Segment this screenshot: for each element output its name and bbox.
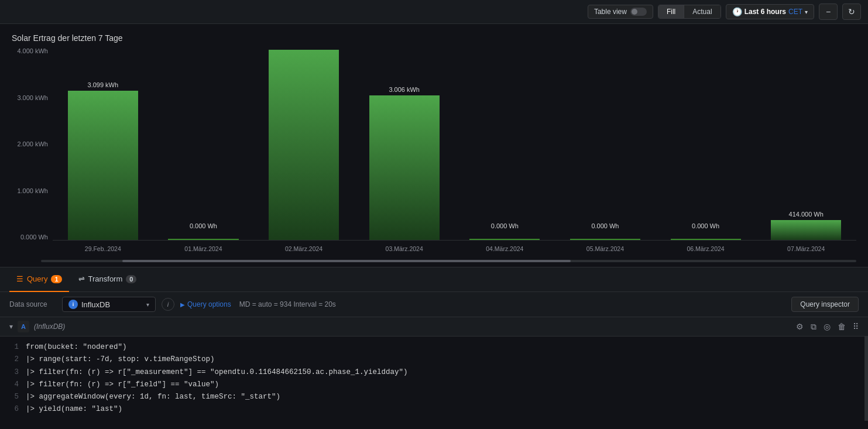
table-view-toggle[interactable]: Table view <box>588 5 653 19</box>
chevron-down-icon: ▾ <box>805 9 808 15</box>
table-view-switch[interactable] <box>630 8 647 16</box>
actual-button[interactable]: Actual <box>684 5 720 18</box>
clock-icon: 🕐 <box>732 7 742 16</box>
line-number: 3 <box>9 366 19 379</box>
line-number: 2 <box>9 354 19 366</box>
tab-query-badge: 1 <box>51 275 61 283</box>
chevron-down-icon: ▾ <box>146 301 149 308</box>
query-actions: ⚙ ⧉ ◎ 🗑 ⠿ <box>796 322 859 332</box>
y-axis: 4.000 kWh3.000 kWh2.000 kWh1.000 kWh0.00… <box>12 47 53 241</box>
x-axis-label: 07.März.2024 <box>756 242 856 258</box>
datasource-label: Data source <box>9 300 56 308</box>
bar-value-label: 3.006 kWh <box>389 86 420 93</box>
bar-value-label: 0.000 Wh <box>591 222 619 229</box>
scrollbar-track[interactable] <box>41 260 856 262</box>
line-number: 4 <box>9 379 19 391</box>
tab-query-icon: ☰ <box>16 274 23 283</box>
bar <box>771 220 841 240</box>
line-code: |> yield(name: "last") <box>26 403 122 416</box>
query-options-label: Query options <box>187 300 231 308</box>
line-code: |> filter(fn: (r) => r["_field"] == "val… <box>26 379 219 391</box>
query-tabs: ☰ Query 1 ⇌ Transform 0 <box>0 267 868 292</box>
line-code: |> aggregateWindow(every: 1d, fn: last, … <box>26 391 280 403</box>
right-scrollbar[interactable] <box>864 337 868 421</box>
panel-title: Solar Ertrag der letzten 7 Tage <box>12 33 856 43</box>
bar-zero <box>168 239 238 240</box>
bar-group: 3.006 kWh <box>354 47 455 240</box>
time-range-label: Last 6 hours <box>745 8 786 16</box>
bar-group: 3.099 kWh <box>53 47 153 240</box>
line-code: |> filter(fn: (r) => r["_measurement"] =… <box>26 366 408 379</box>
x-axis-label: 06.März.2024 <box>656 242 756 258</box>
datasource-name: InfluxDB <box>81 300 110 309</box>
tab-transform-label: Transform <box>88 274 123 283</box>
query-action-drag[interactable]: ⠿ <box>853 322 859 332</box>
tab-transform[interactable]: ⇌ Transform 0 <box>71 267 144 292</box>
fill-button[interactable]: Fill <box>658 5 684 18</box>
line-code: |> range(start: -7d, stop: v.timeRangeSt… <box>26 354 215 366</box>
bar-group: 0.000 Wh <box>153 47 254 240</box>
query-db-label: (InfluxDB) <box>34 322 65 331</box>
bar-zero <box>671 239 741 240</box>
query-options-button[interactable]: ▶ Query options <box>180 300 231 308</box>
scrollbar-thumb <box>122 260 571 262</box>
line-number: 5 <box>9 391 19 403</box>
datasource-select[interactable]: i InfluxDB ▾ <box>62 297 156 312</box>
bars-area: 3.099 kWh0.000 Wh3.948 kWh3.006 kWh0.000… <box>53 47 856 241</box>
bar-value-label: 0.000 Wh <box>190 222 217 229</box>
query-inspector-button[interactable]: Query inspector <box>791 297 859 312</box>
query-action-copy[interactable]: ⧉ <box>811 322 816 332</box>
topbar: Table view Fill Actual 🕐 Last 6 hours CE… <box>0 0 868 24</box>
query-editor: ▾ A (InfluxDB) ⚙ ⧉ ◎ 🗑 ⠿ 1from(bucket: "… <box>0 317 868 421</box>
chart-area: Solar Ertrag der letzten 7 Tage 4.000 kW… <box>0 24 868 267</box>
code-area[interactable]: 1from(bucket: "nodered")2 |> range(start… <box>0 337 868 421</box>
x-axis-label: 29.Feb..2024 <box>53 242 153 258</box>
line-number: 6 <box>9 403 19 416</box>
datasource-row: Data source i InfluxDB ▾ i ▶ Query optio… <box>0 292 868 317</box>
x-axis-label: 05.März.2024 <box>555 242 656 258</box>
table-view-label: Table view <box>594 8 627 16</box>
query-section: ☰ Query 1 ⇌ Transform 0 Data source i In… <box>0 267 868 421</box>
x-labels: 29.Feb..202401.März.202402.März.202403.M… <box>53 242 856 258</box>
tab-transform-icon: ⇌ <box>78 274 85 283</box>
query-action-settings[interactable]: ⚙ <box>796 322 804 332</box>
influxdb-icon: i <box>68 300 78 309</box>
y-axis-label: 4.000 kWh <box>17 47 48 54</box>
bar-zero <box>469 239 540 240</box>
info-button[interactable]: i <box>162 298 174 311</box>
zoom-out-button[interactable]: − <box>819 4 838 20</box>
bar-value-label: 0.000 Wh <box>692 222 719 229</box>
x-axis-label: 04.März.2024 <box>455 242 555 258</box>
code-line: 2 |> range(start: -7d, stop: v.timeRange… <box>9 354 859 366</box>
tab-query-label: Query <box>27 274 47 283</box>
x-axis-label: 03.März.2024 <box>354 242 455 258</box>
bar-value-label: 3.099 kWh <box>88 81 119 88</box>
code-line: 3 |> filter(fn: (r) => r["_measurement"]… <box>9 366 859 379</box>
query-meta: MD = auto = 934 Interval = 20s <box>239 300 336 308</box>
line-code: from(bucket: "nodered") <box>26 341 127 354</box>
bar-group: 3.948 kWh <box>253 47 354 240</box>
bar-value-label: 0.000 Wh <box>491 222 519 229</box>
tab-transform-badge: 0 <box>126 275 136 283</box>
bar-zero <box>570 239 640 240</box>
code-line: 4 |> filter(fn: (r) => r["_field"] == "v… <box>9 379 859 391</box>
arrow-right-icon: ▶ <box>180 301 185 308</box>
bar <box>269 50 339 240</box>
time-range-picker[interactable]: 🕐 Last 6 hours CET ▾ <box>726 4 814 19</box>
bar-group: 414.000 Wh <box>756 47 856 240</box>
y-axis-label: 0.000 Wh <box>20 234 48 241</box>
bar <box>369 95 440 240</box>
fill-actual-group: Fill Actual <box>658 5 721 19</box>
bar-value-label: 414.000 Wh <box>789 211 824 218</box>
code-area-wrapper: 1from(bucket: "nodered")2 |> range(start… <box>0 337 868 421</box>
refresh-button[interactable]: ↻ <box>842 4 861 20</box>
tab-query[interactable]: ☰ Query 1 <box>9 267 69 292</box>
line-number: 1 <box>9 341 19 354</box>
collapse-icon[interactable]: ▾ <box>9 322 13 331</box>
query-action-delete[interactable]: 🗑 <box>838 322 846 332</box>
bar <box>68 91 138 240</box>
query-action-toggle[interactable]: ◎ <box>824 322 831 332</box>
y-axis-label: 1.000 kWh <box>17 187 48 194</box>
y-axis-label: 2.000 kWh <box>17 140 48 147</box>
query-letter: A <box>18 321 29 332</box>
